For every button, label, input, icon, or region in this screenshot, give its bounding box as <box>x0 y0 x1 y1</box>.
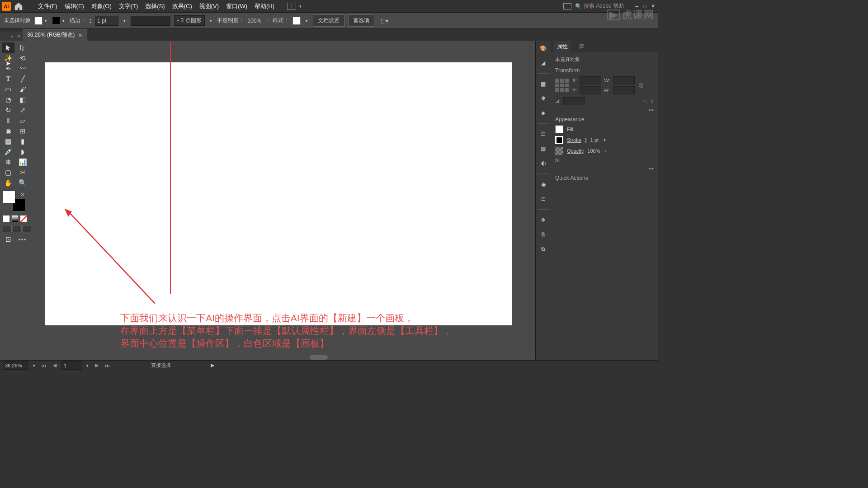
layers-panel-icon[interactable]: ❖ <box>538 215 548 225</box>
more-options-icon[interactable]: ••• <box>555 166 654 171</box>
shaper-tool[interactable]: ◔ <box>2 94 14 105</box>
chevron-down-icon[interactable]: ▾ <box>602 138 607 142</box>
canvas-area[interactable]: 下面我们来认识一下AI的操作界面，点击AI界面的【新建】一个画板， 在界面上方是… <box>31 41 535 360</box>
chevron-down-icon[interactable]: ▾ <box>85 363 90 368</box>
menu-type[interactable]: 文字(T) <box>115 0 142 13</box>
color-mode-swatch[interactable] <box>3 215 10 222</box>
fill-color-swatch[interactable] <box>555 125 563 133</box>
constrain-proportions-icon[interactable]: ⛓ <box>638 83 643 88</box>
graphic-style-swatch[interactable] <box>292 17 301 25</box>
flip-v-icon[interactable]: ⥮ <box>650 99 654 104</box>
brush-definition[interactable]: 3 点圆形 <box>181 17 202 24</box>
chevron-down-icon[interactable]: ▾ <box>208 19 213 23</box>
minimize-button[interactable]: ‒ <box>633 3 640 9</box>
gradient-tool[interactable]: ▮ <box>16 136 29 146</box>
y-input[interactable] <box>580 86 601 94</box>
chevron-down-icon[interactable]: ▾ <box>32 363 37 368</box>
close-button[interactable]: ✕ <box>649 3 656 9</box>
artboard-tool[interactable]: ▢ <box>2 167 14 178</box>
perspective-grid-tool[interactable]: ⊞ <box>16 126 29 136</box>
tab-libraries[interactable]: 库 <box>576 41 587 52</box>
gradient-mode-swatch[interactable] <box>11 215 19 222</box>
brushes-panel-icon[interactable]: ✾ <box>538 94 548 103</box>
hand-tool[interactable]: ✋ <box>2 178 14 188</box>
line-tool[interactable]: ╱ <box>16 74 29 84</box>
chevron-right-icon[interactable]: › <box>604 149 608 153</box>
fill-stroke-picker[interactable]: ⤭ <box>3 191 28 211</box>
tab-close-icon[interactable]: × <box>78 32 82 39</box>
maximize-button[interactable]: □ <box>641 3 648 9</box>
draw-normal-icon[interactable] <box>3 225 12 232</box>
document-setup-button[interactable]: 文档设置 <box>313 14 344 27</box>
first-artboard-button[interactable]: ⏮ <box>40 363 48 368</box>
none-mode-swatch[interactable] <box>20 215 27 222</box>
direct-selection-tool[interactable] <box>16 42 29 53</box>
menu-select[interactable]: 选择(S) <box>142 0 168 13</box>
selection-tool[interactable] <box>2 42 14 53</box>
rotate-tool[interactable]: ↻ <box>2 105 14 115</box>
width-tool[interactable]: ⫴ <box>2 115 14 126</box>
menu-object[interactable]: 对象(O) <box>88 0 115 13</box>
w-input[interactable] <box>613 76 635 84</box>
shape-builder-tool[interactable]: ◉ <box>2 126 14 136</box>
swap-colors-icon[interactable]: ⤭ <box>20 192 24 197</box>
h-input[interactable] <box>613 86 635 94</box>
menu-edit[interactable]: 编辑(E) <box>61 0 88 13</box>
foreground-color[interactable] <box>3 191 15 203</box>
align-to-icon[interactable]: ⬚▾ <box>381 18 388 24</box>
search-input[interactable]: 🔍 搜索 Adobe 帮助 <box>575 2 624 10</box>
slice-tool[interactable]: ✂ <box>16 167 29 178</box>
swatches-panel-icon[interactable]: ▦ <box>538 79 548 89</box>
home-icon[interactable] <box>14 2 24 10</box>
eyedropper-tool[interactable]: 💉 <box>2 146 14 157</box>
zoom-level-input[interactable]: 36.26% <box>3 361 28 370</box>
mesh-tool[interactable]: ▦ <box>2 136 14 146</box>
scrollbar-thumb[interactable] <box>310 355 328 360</box>
status-play-icon[interactable]: ▶ <box>211 362 214 368</box>
color-panel-icon[interactable]: 🎨 <box>538 43 548 53</box>
menu-effect[interactable]: 效果(C) <box>169 0 196 13</box>
reference-point-picker[interactable] <box>555 79 569 92</box>
appearance-panel-icon[interactable]: ◉ <box>538 179 548 189</box>
opacity-swatch[interactable] <box>555 147 563 155</box>
graphic-styles-icon[interactable]: ⊡ <box>538 194 548 204</box>
stroke-stepper-panel[interactable]: ▴▾ <box>585 137 587 143</box>
flip-h-icon[interactable]: ⇋ <box>643 99 647 104</box>
color-guide-icon[interactable]: ◢ <box>538 58 548 68</box>
free-transform-tool[interactable]: ▱ <box>16 115 29 126</box>
chevron-down-icon[interactable]: ▾ <box>304 19 309 23</box>
arrange-docs-icon[interactable] <box>563 3 571 9</box>
artboards-panel-icon[interactable]: ⧉ <box>538 244 548 254</box>
fill-swatch[interactable] <box>34 17 42 25</box>
symbol-sprayer-tool[interactable]: ❋ <box>2 157 14 167</box>
artboard-number-input[interactable]: 1 <box>61 361 81 370</box>
horizontal-scrollbar[interactable] <box>31 354 529 360</box>
type-tool[interactable]: T <box>2 74 14 84</box>
chevron-down-icon[interactable]: ▾ <box>43 19 48 23</box>
screen-mode-icon[interactable]: ⊡ <box>2 234 14 244</box>
lasso-tool[interactable]: ⟲ <box>16 53 29 63</box>
prev-artboard-button[interactable]: ◀ <box>52 362 58 368</box>
rectangle-tool[interactable]: ▭ <box>2 84 14 94</box>
menu-help[interactable]: 帮助(H) <box>251 0 278 13</box>
stroke-value-panel[interactable]: 1 pt <box>590 137 599 143</box>
draw-behind-icon[interactable] <box>13 225 22 232</box>
column-graph-tool[interactable]: 📊 <box>16 157 29 167</box>
vertical-scrollbar[interactable] <box>529 41 535 354</box>
document-tab[interactable]: 36.26% (RGB/预览) × <box>23 29 87 41</box>
fx-button[interactable]: fx. <box>555 158 561 163</box>
gradient-panel-icon[interactable]: ▥ <box>538 144 548 154</box>
stroke-swatch[interactable] <box>52 17 60 25</box>
eraser-tool[interactable]: ◧ <box>16 94 29 105</box>
blend-tool[interactable]: ◗ <box>16 146 29 157</box>
variable-width-profile[interactable] <box>131 16 170 26</box>
menu-file[interactable]: 文件(F) <box>34 0 61 13</box>
chevron-down-icon[interactable]: ▾ <box>298 4 303 9</box>
stroke-weight-input[interactable]: 1 pt <box>95 16 118 26</box>
toolbox-flyout[interactable]: « ✕ <box>0 32 23 41</box>
angle-input[interactable] <box>563 97 585 105</box>
chevron-right-icon[interactable]: › <box>265 19 269 23</box>
last-artboard-button[interactable]: ⏭ <box>104 363 111 368</box>
chevron-down-icon[interactable]: ▾ <box>61 19 66 23</box>
tab-properties[interactable]: 属性 <box>554 41 571 52</box>
